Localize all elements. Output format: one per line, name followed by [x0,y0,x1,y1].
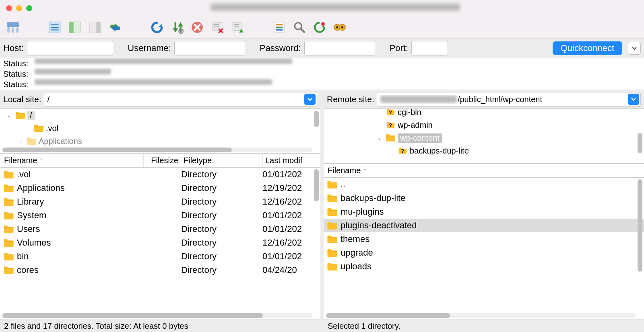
file-row[interactable]: SystemDirectory01/01/202 [0,209,320,222]
folder-icon [27,137,36,145]
svg-point-33 [321,22,325,26]
tree-item[interactable]: ⌄ / [0,109,320,122]
file-row[interactable]: upgrade [324,246,644,260]
disconnect-button[interactable] [210,20,225,35]
chevron-down-icon[interactable] [628,94,639,105]
tree-item[interactable]: .vol [0,122,320,135]
local-file-list[interactable]: .volDirectory01/01/202ApplicationsDirect… [0,168,320,320]
list-v-scrollbar[interactable] [314,169,319,201]
file-row[interactable]: .volDirectory01/01/202 [0,168,320,181]
log-status-label: Status: [3,69,30,79]
folder-icon [34,124,43,132]
message-log[interactable]: Status: Status: Status: [0,58,644,90]
file-row[interactable]: VolumesDirectory12/16/202 [0,236,320,250]
file-name: Applications [17,183,65,193]
tree-label: backups-dup-lite [410,146,472,156]
list-v-scrollbar[interactable] [638,179,642,272]
port-label: Port: [390,43,408,53]
tree-v-scrollbar[interactable] [314,111,319,127]
file-type: Directory [179,265,260,275]
file-row[interactable]: LibraryDirectory12/16/202 [0,195,320,209]
toggle-remote-tree-button[interactable] [87,20,103,35]
window-title [32,4,638,13]
toggle-queue-button[interactable] [107,20,123,35]
svg-rect-15 [96,22,101,33]
sort-asc-icon: ⌃ [39,158,43,163]
sync-browse-button[interactable] [332,20,347,35]
remote-tree[interactable]: cgi-binwp-admin⌄wp-contentbackups-dup-li… [324,109,644,164]
remote-list-header[interactable]: Filename⌃ [324,164,644,178]
file-row[interactable]: themes [324,232,644,246]
file-row[interactable]: ApplicationsDirectory12/19/202 [0,181,320,195]
file-type: Directory [179,197,260,207]
file-row[interactable]: uploads [324,260,644,273]
remote-file-list[interactable]: ..backups-dup-litemu-pluginsplugins-deac… [324,178,644,320]
file-row[interactable]: plugins-deactivated [324,219,644,232]
host-input[interactable] [27,41,113,55]
tree-item[interactable]: cgi-bin [324,109,644,119]
compare-button[interactable] [312,20,327,35]
folder-icon [327,194,337,203]
list-h-scrollbar[interactable] [326,313,636,318]
local-tree[interactable]: ⌄ / .vol › Applications [0,109,320,154]
folder-icon [3,184,14,193]
window-minimize-button[interactable] [16,5,22,11]
col-filename[interactable]: Filename⌃ [325,164,642,177]
toggle-local-tree-button[interactable] [67,20,83,35]
local-site-combo[interactable]: / [44,92,317,107]
folder-icon [3,170,14,179]
tree-item[interactable]: › Applications [0,135,320,148]
tree-item[interactable]: ⌄wp-content [324,131,644,144]
file-modified: 01/01/202 [260,224,320,234]
file-name: plugins-deactivated [341,220,417,231]
file-name: bin [17,251,29,262]
remote-site-combo[interactable]: /public_html/wp-content [377,92,641,107]
file-type: Directory [179,183,260,193]
window-close-button[interactable] [6,5,12,11]
file-modified: 01/01/202 [260,210,320,221]
cancel-button[interactable] [190,20,205,35]
col-filetype[interactable]: Filetype [181,154,263,167]
chevron-down-icon[interactable] [304,94,316,105]
remote-path: /public_html/wp-content [377,95,627,104]
file-row[interactable]: .. [324,178,644,191]
file-row[interactable]: mu-plugins [324,205,644,219]
file-row[interactable]: backups-dup-lite [324,191,644,205]
col-lastmodified[interactable]: Last modif [263,154,319,167]
username-input[interactable] [174,41,245,55]
quickconnect-history-button[interactable] [628,42,641,55]
log-status-label: Status: [3,79,30,90]
site-manager-button[interactable] [5,20,21,35]
col-filename[interactable]: Filename⌃ [2,154,144,167]
port-input[interactable] [411,41,448,55]
filter-button[interactable] [272,20,287,35]
refresh-button[interactable] [149,20,165,35]
file-row[interactable]: coresDirectory04/24/20 [0,263,320,277]
file-name: Volumes [17,238,51,248]
disclosure-icon[interactable]: ⌄ [6,112,13,119]
file-name: cores [17,265,39,275]
toggle-log-button[interactable] [47,20,62,35]
tree-item[interactable]: wp-admin [324,119,644,131]
tree-h-scrollbar[interactable] [2,148,312,152]
window-zoom-button[interactable] [26,5,32,11]
folder-icon [3,239,14,247]
local-list-header[interactable]: Filename⌃ Filesize Filetype Last modif [0,154,320,168]
process-queue-button[interactable] [169,20,185,35]
folder-icon [3,252,14,261]
folder-icon [327,208,337,216]
tree-item[interactable]: backups-dup-lite [324,144,644,157]
file-name: mu-plugins [341,207,384,217]
password-input[interactable] [304,41,375,55]
tree-v-scrollbar[interactable] [638,133,642,153]
splitter[interactable] [320,90,324,332]
search-button[interactable] [292,20,307,35]
reconnect-button[interactable] [230,20,245,35]
file-row[interactable]: binDirectory01/01/202 [0,250,320,263]
col-filesize[interactable]: Filesize [144,154,181,167]
quickconnect-button[interactable]: Quickconnect [553,41,622,55]
disclosure-icon[interactable]: › [17,138,24,144]
disclosure-icon[interactable]: ⌄ [376,135,383,141]
file-row[interactable]: UsersDirectory01/01/202 [0,222,320,236]
list-h-scrollbar[interactable] [2,313,312,318]
